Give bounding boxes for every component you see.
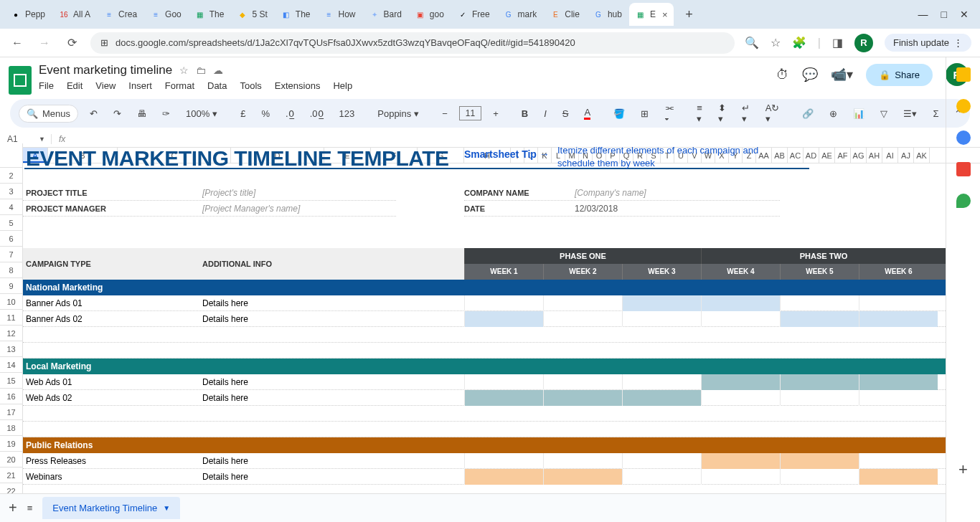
sidepanel-icon[interactable]: ◨ <box>832 36 843 49</box>
decrease-font-button[interactable]: − <box>438 105 452 122</box>
redo-button[interactable]: ↷ <box>109 105 126 122</box>
currency-button[interactable]: £ <box>236 105 250 122</box>
row-header[interactable]: 8 <box>0 262 22 278</box>
filter-views-button[interactable]: ☰▾ <box>899 105 921 122</box>
comment-icon[interactable]: 💬 <box>802 67 818 82</box>
valign-button[interactable]: ⬍ ▾ <box>714 100 730 127</box>
project-manager-value[interactable]: [Project Manager's name] <box>202 204 396 214</box>
name-box[interactable]: A1▼ <box>0 134 52 144</box>
font-dropdown[interactable]: Poppins ▾ <box>373 105 423 122</box>
menu-format[interactable]: Format <box>165 80 194 91</box>
timeline-row[interactable]: Banner Ads 01Details here <box>23 295 946 311</box>
row-header[interactable]: 10 <box>0 294 22 310</box>
timeline-row[interactable]: Web Ads 02Details here <box>23 390 946 406</box>
menu-help[interactable]: Help <box>333 80 352 91</box>
browser-tab[interactable]: ●Pepp <box>4 3 51 26</box>
empty-row[interactable] <box>23 422 946 437</box>
close-button[interactable]: ✕ <box>960 9 969 20</box>
menu-edit[interactable]: Edit <box>67 80 83 91</box>
empty-row[interactable] <box>23 343 946 359</box>
url-input[interactable]: ⊞ docs.google.com/spreadsheets/d/1Ja2cXl… <box>90 32 735 54</box>
browser-tab[interactable]: 16All A <box>52 3 96 26</box>
profile-avatar[interactable]: R <box>854 34 873 52</box>
row-header[interactable]: 14 <box>0 357 22 373</box>
timeline-row[interactable]: Press ReleasesDetails here <box>23 453 946 469</box>
browser-tab[interactable]: ≡Goo <box>144 3 187 26</box>
spreadsheet-grid[interactable]: EVENT MARKETING TIMELINE TEMPLATE Smarts… <box>23 143 946 493</box>
paint-format-button[interactable]: ✑ <box>158 105 174 122</box>
keep-icon[interactable] <box>956 99 971 113</box>
browser-tab[interactable]: Gmark <box>497 3 543 26</box>
bookmark-icon[interactable]: ☆ <box>771 36 781 49</box>
browser-tab[interactable]: ≡How <box>317 3 361 26</box>
contacts-icon[interactable] <box>956 162 971 176</box>
rotate-button[interactable]: A↻ ▾ <box>761 100 784 127</box>
row-header[interactable]: 21 <box>0 468 22 483</box>
row-header[interactable]: 15 <box>0 373 22 389</box>
wrap-button[interactable]: ↵ ▾ <box>738 100 754 127</box>
row-header[interactable]: 9 <box>0 278 22 294</box>
empty-row[interactable] <box>23 406 946 422</box>
row-header[interactable]: 18 <box>0 420 22 436</box>
row-header[interactable]: 4 <box>0 199 22 215</box>
row-header[interactable]: 11 <box>0 310 22 326</box>
bold-button[interactable]: B <box>517 105 532 122</box>
row-header[interactable]: 17 <box>0 404 22 420</box>
increase-font-button[interactable]: + <box>489 105 503 122</box>
row-header[interactable] <box>0 143 22 168</box>
timeline-row[interactable]: WebinarsDetails here <box>23 469 946 485</box>
reload-button[interactable]: ⟳ <box>63 36 80 49</box>
merge-button[interactable]: ⫘ ▾ <box>660 100 678 127</box>
filter-button[interactable]: ▽ <box>876 105 892 122</box>
back-button[interactable]: ← <box>9 37 26 49</box>
insert-chart-button[interactable]: 📊 <box>849 105 869 122</box>
browser-tab[interactable]: ▦The <box>189 3 230 26</box>
row-header[interactable]: 2 <box>0 168 22 184</box>
forward-button[interactable]: → <box>36 37 53 49</box>
browser-tab[interactable]: ≡Crea <box>98 3 143 26</box>
all-sheets-button[interactable]: ≡ <box>27 503 33 513</box>
menu-insert[interactable]: Insert <box>128 80 152 91</box>
zoom-dropdown[interactable]: 100% ▾ <box>182 105 222 122</box>
row-header[interactable]: 13 <box>0 341 22 357</box>
insert-comment-button[interactable]: ⊕ <box>825 105 842 122</box>
sheet-tab-active[interactable]: Event Marketing Timeline▼ <box>42 497 180 519</box>
empty-row[interactable] <box>23 327 946 343</box>
maps-icon[interactable] <box>956 194 971 208</box>
font-size-input[interactable]: 11 <box>459 106 481 120</box>
row-header[interactable]: 12 <box>0 326 22 341</box>
move-icon[interactable]: 🗀 <box>196 65 206 76</box>
cloud-icon[interactable]: ☁ <box>213 65 223 76</box>
smartsheet-tip-link[interactable]: Smartsheet Tip → <box>464 148 550 160</box>
site-info-icon[interactable]: ⊞ <box>100 37 108 48</box>
maximize-button[interactable]: □ <box>941 9 947 20</box>
browser-tab[interactable]: EClie <box>544 3 585 26</box>
borders-button[interactable]: ⊞ <box>636 105 653 122</box>
text-color-button[interactable]: A <box>580 104 595 123</box>
project-title-value[interactable]: [Project's title] <box>202 188 396 198</box>
browser-tab[interactable]: ✦Bard <box>363 3 407 26</box>
menu-view[interactable]: View <box>95 80 116 91</box>
browser-tab[interactable]: ◧The <box>275 3 316 26</box>
row-header[interactable]: 7 <box>0 247 22 262</box>
add-addon-button[interactable]: + <box>958 460 968 479</box>
browser-tab[interactable]: Ghub <box>587 3 628 26</box>
tasks-icon[interactable] <box>956 130 971 145</box>
undo-button[interactable]: ↶ <box>85 105 102 122</box>
star-icon[interactable]: ☆ <box>179 65 189 76</box>
extensions-icon[interactable]: 🧩 <box>792 36 806 49</box>
browser-tab[interactable]: ✓Free <box>451 3 496 26</box>
menu-file[interactable]: File <box>39 80 54 91</box>
timeline-row[interactable]: Web Ads 01Details here <box>23 374 946 390</box>
percent-button[interactable]: % <box>258 105 275 122</box>
row-header[interactable]: 5 <box>0 215 22 231</box>
increase-decimal-button[interactable]: .00̲ <box>306 105 328 122</box>
row-header[interactable]: 16 <box>0 389 22 404</box>
minimize-button[interactable]: — <box>918 9 928 20</box>
add-sheet-button[interactable]: + <box>9 500 17 516</box>
browser-tab[interactable]: ▣goo <box>409 3 450 26</box>
new-tab-button[interactable]: + <box>679 4 699 24</box>
timeline-row[interactable]: Banner Ads 02Details here <box>23 311 946 327</box>
print-button[interactable]: 🖶 <box>133 105 151 122</box>
row-header[interactable]: 20 <box>0 452 22 468</box>
